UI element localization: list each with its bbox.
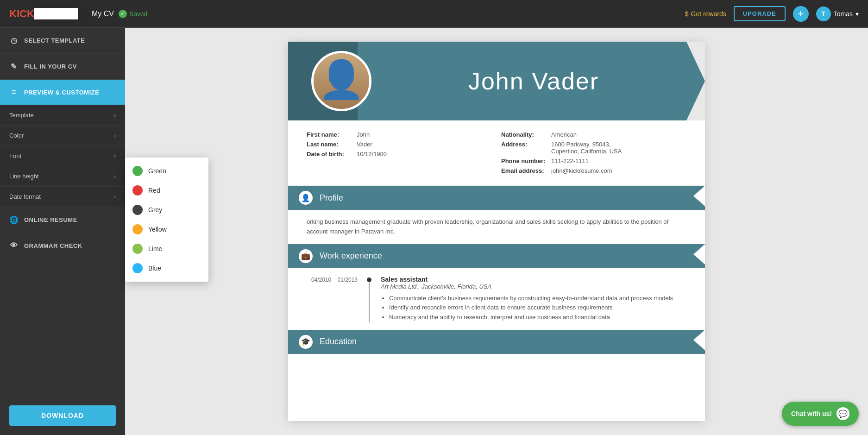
preview-customize-label: PREVIEW & CUSTOMIZE: [24, 89, 99, 96]
chevron-right-icon-3: ›: [114, 153, 116, 159]
header-banner: John Vader: [288, 42, 705, 120]
info-label: Address:: [501, 141, 547, 155]
info-row-dob: Date of birth: 10/12/1980: [307, 149, 492, 159]
grey-label: Grey: [148, 206, 162, 214]
info-value: 1600 Parkway, 95043,Cupertino, Californi…: [551, 141, 622, 155]
chevron-right-icon-2: ›: [114, 132, 116, 139]
logo-kick: KICK: [9, 8, 34, 19]
profile-section-header: 👤 Profile: [288, 186, 705, 210]
sidebar-item-select-template[interactable]: ◷ SELECT TEMPLATE: [0, 28, 125, 54]
select-template-label: SELECT TEMPLATE: [24, 37, 85, 44]
work-section-header: 💼 Work experience: [288, 244, 705, 268]
info-label: Email address:: [501, 167, 547, 174]
template-label: Template: [9, 112, 34, 119]
sidebar-item-preview-customize[interactable]: ≡ PREVIEW & CUSTOMIZE: [0, 80, 125, 105]
sidebar-item-fill-in-cv[interactable]: ✎ FILL IN YOUR CV: [0, 54, 125, 80]
color-option-blue[interactable]: Blue: [125, 258, 208, 278]
sidebar-sub-line-height[interactable]: Line height ›: [0, 166, 125, 187]
sliders-icon: ≡: [9, 88, 19, 96]
color-option-yellow[interactable]: Yellow: [125, 220, 208, 239]
user-name: Tomas: [834, 10, 853, 18]
info-row-phone: Phone number: 111-222-1111: [501, 156, 686, 166]
color-dropdown: Green Red Grey Yellow Lime Blue: [125, 158, 208, 282]
chevron-right-icon-5: ›: [114, 194, 116, 200]
info-label: Date of birth:: [307, 151, 353, 158]
profile-content: orking business management graduate with…: [288, 217, 705, 244]
exp-details: Sales assistant Art Media Ltd., Jacksonv…: [381, 276, 686, 322]
resume-document: John Vader First name: John Last name: V…: [288, 42, 705, 421]
grammar-check-label: GRAMMAR CHECK: [24, 242, 82, 249]
color-option-grey[interactable]: Grey: [125, 200, 208, 220]
blue-label: Blue: [148, 265, 161, 272]
chat-label: Chat with us!: [791, 410, 832, 417]
sidebar-sub-color[interactable]: Color ›: [0, 126, 125, 146]
navbar: KICKRESUME My CV ✓ Saved $ Get rewards U…: [0, 0, 868, 28]
nav-center: My CV ✓ Saved: [92, 10, 685, 18]
saved-label: Saved: [129, 10, 148, 18]
lime-label: Lime: [148, 245, 162, 252]
info-row-address: Address: 1600 Parkway, 95043,Cupertino, …: [501, 139, 686, 156]
resume-name: John Vader: [390, 67, 677, 95]
timeline-line: [369, 282, 370, 322]
info-value: John: [357, 131, 370, 138]
info-value: 111-222-1111: [551, 158, 589, 164]
green-label: Green: [148, 167, 166, 175]
info-label: Nationality:: [501, 131, 547, 138]
get-rewards-button[interactable]: $ Get rewards: [685, 10, 726, 18]
education-section-header: 🎓 Education: [288, 330, 705, 354]
upgrade-button[interactable]: UPGRADE: [734, 6, 786, 21]
resume-info: First name: John Last name: Vader Date o…: [288, 120, 705, 186]
user-menu[interactable]: T Tomas ▾: [816, 6, 859, 21]
chevron-right-icon: ›: [114, 112, 116, 119]
education-title: Education: [320, 337, 357, 347]
work-icon: 💼: [297, 248, 314, 265]
chat-button[interactable]: Chat with us! 💬: [782, 402, 859, 426]
red-label: Red: [148, 187, 160, 194]
chevron-down-icon: ▾: [855, 10, 859, 18]
color-option-green[interactable]: Green: [125, 161, 208, 181]
info-left: First name: John Last name: Vader Date o…: [307, 130, 492, 176]
color-option-red[interactable]: Red: [125, 181, 208, 200]
add-button[interactable]: +: [793, 6, 809, 22]
timeline-dot: [367, 277, 371, 282]
logo-resume: RESUME: [34, 8, 78, 19]
line-height-label: Line height: [9, 173, 39, 180]
online-resume-label: ONLINE RESUME: [24, 216, 77, 223]
sidebar-sub-date-format[interactable]: Date format ›: [0, 187, 125, 207]
chevron-right-icon-4: ›: [114, 173, 116, 180]
edit-icon: ✎: [9, 62, 19, 71]
exp-bullets: Communicate client's business requiremen…: [381, 294, 686, 322]
info-right: Nationality: American Address: 1600 Park…: [501, 130, 686, 176]
get-rewards-label: Get rewards: [691, 10, 726, 18]
info-value: john@kickresume.com: [551, 167, 612, 174]
nav-right: $ Get rewards UPGRADE + T Tomas ▾: [685, 6, 859, 22]
info-row-nationality: Nationality: American: [501, 130, 686, 139]
avatar: T: [816, 6, 831, 21]
font-label: Font: [9, 152, 21, 159]
color-option-lime[interactable]: Lime: [125, 239, 208, 258]
sidebar-sub-template[interactable]: Template ›: [0, 105, 125, 126]
exp-timeline: [367, 276, 371, 322]
profile-text: orking business management graduate with…: [307, 218, 668, 235]
sidebar-sub-menu: Template › Color › Font › Line height › …: [0, 105, 125, 207]
main-layout: ◷ SELECT TEMPLATE ✎ FILL IN YOUR CV ≡ PR…: [0, 28, 868, 435]
green-dot: [132, 166, 143, 176]
info-row-lastname: Last name: Vader: [307, 139, 492, 149]
sidebar-item-grammar-check[interactable]: 👁 GRAMMAR CHECK: [0, 233, 125, 258]
chat-bubble-icon: 💬: [837, 407, 849, 420]
info-label: First name:: [307, 131, 353, 138]
date-format-label: Date format: [9, 193, 41, 200]
sidebar-sub-font[interactable]: Font ›: [0, 146, 125, 166]
download-button[interactable]: DOWNLOAD: [9, 405, 116, 426]
avatar-image: [314, 53, 369, 109]
bullet-item: Identify and reconcile errors in client …: [389, 303, 686, 313]
red-dot: [132, 185, 143, 195]
dollar-icon: $: [685, 10, 689, 18]
sidebar-item-online-resume[interactable]: 🌐 ONLINE RESUME: [0, 207, 125, 233]
sidebar: ◷ SELECT TEMPLATE ✎ FILL IN YOUR CV ≡ PR…: [0, 28, 125, 435]
saved-check-icon: ✓: [119, 10, 127, 18]
profile-icon: 👤: [297, 189, 314, 206]
profile-title: Profile: [320, 193, 343, 203]
blue-dot: [132, 263, 143, 273]
logo[interactable]: KICKRESUME: [9, 8, 78, 20]
